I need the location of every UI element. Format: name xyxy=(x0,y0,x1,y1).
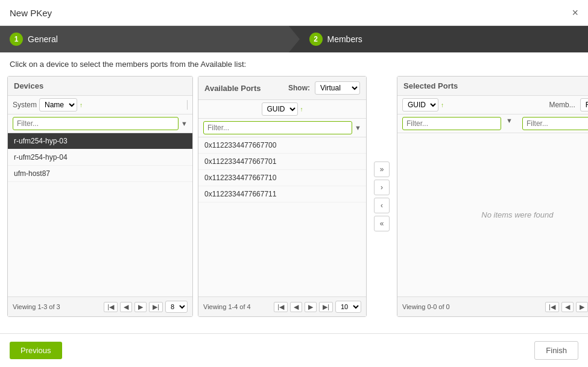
selected-filter-icon-1[interactable]: ▼ xyxy=(506,117,513,130)
selected-ports-list: No items were found xyxy=(397,133,588,296)
move-right-button[interactable]: › xyxy=(374,180,390,195)
available-ports-header: Available Ports Show: Virtual Physical A… xyxy=(198,77,366,100)
devices-panel-footer: Viewing 1-3 of 3 |◀ ◀ ▶ ▶| 8 xyxy=(8,296,192,316)
available-viewing-text: Viewing 1-4 of 4 xyxy=(203,303,271,310)
devices-column-headers: System Name ↑ xyxy=(8,96,192,114)
step-1-arrow xyxy=(289,26,300,52)
devices-first-page-btn[interactable]: |◀ xyxy=(104,302,118,312)
list-item[interactable]: ufm-host87 xyxy=(8,166,192,182)
dialog: New PKey × 1 General 2 Members Click on … xyxy=(0,0,588,367)
selected-filter-input-1[interactable] xyxy=(402,117,501,130)
dialog-title: New PKey xyxy=(10,8,52,18)
selected-filter-row: ▼ ▼ xyxy=(397,114,588,133)
devices-filter-input[interactable] xyxy=(13,117,179,130)
available-ports-panel: Available Ports Show: Virtual Physical A… xyxy=(198,76,367,317)
guid-select-selected[interactable]: GUID xyxy=(402,98,438,111)
port-item[interactable]: 0x1122334477667711 xyxy=(198,186,366,202)
selected-filter-input-2[interactable] xyxy=(522,117,588,130)
devices-filter-icon[interactable]: ▼ xyxy=(181,120,188,127)
devices-list: r-ufm254-hyp-03 r-ufm254-hyp-04 ufm-host… xyxy=(8,133,192,296)
action-bar: Previous Finish xyxy=(0,333,588,367)
step-2-number: 2 xyxy=(309,33,323,46)
step-2-label: Members xyxy=(327,34,362,44)
selected-ports-title: Selected Ports xyxy=(403,81,458,90)
step-1-label: General xyxy=(28,34,58,44)
selected-panel-footer: Viewing 0-0 of 0 |◀ ◀ ▶ ▶| 10 xyxy=(397,296,588,316)
available-prev-page-btn[interactable]: ◀ xyxy=(290,302,302,312)
available-filter-row: ▼ xyxy=(198,119,366,137)
step-1-number: 1 xyxy=(10,33,23,46)
step-2[interactable]: 2 Members xyxy=(300,26,589,52)
selected-ports-header: Selected Ports xyxy=(397,77,588,96)
memb-label: Memb... xyxy=(549,101,575,109)
move-all-left-button[interactable]: « xyxy=(374,216,390,231)
available-next-page-btn[interactable]: ▶ xyxy=(305,302,317,312)
selected-next-page-btn[interactable]: ▶ xyxy=(576,302,588,312)
available-panel-footer: Viewing 1-4 of 4 |◀ ◀ ▶ ▶| 10 xyxy=(198,296,366,316)
available-ports-title: Available Ports xyxy=(204,84,261,93)
list-item[interactable]: r-ufm254-hyp-03 xyxy=(8,133,192,149)
devices-panel: Devices System Name ↑ ▼ r-ufm254-hyp-03 … xyxy=(7,76,193,317)
steps-bar: 1 General 2 Members xyxy=(0,26,588,52)
available-per-page-select[interactable]: 10 xyxy=(335,301,361,313)
full-select[interactable]: Full Partial Send Only xyxy=(580,98,588,111)
no-items-text: No items were found xyxy=(397,210,588,219)
finish-button[interactable]: Finish xyxy=(534,341,578,360)
selected-first-page-btn[interactable]: |◀ xyxy=(545,302,559,312)
devices-viewing-text: Viewing 1-3 of 3 xyxy=(13,303,101,310)
instruction: Click on a device to select the members … xyxy=(0,52,588,76)
port-item[interactable]: 0x1122334477667700 xyxy=(198,137,366,154)
available-filter-icon[interactable]: ▼ xyxy=(355,124,361,131)
available-column-headers: GUID ↑ xyxy=(198,100,366,119)
available-first-page-btn[interactable]: |◀ xyxy=(274,302,288,312)
port-item[interactable]: 0x1122334477667710 xyxy=(198,170,366,186)
devices-next-page-btn[interactable]: ▶ xyxy=(134,302,147,312)
devices-prev-page-btn[interactable]: ◀ xyxy=(120,302,132,312)
selected-column-headers: GUID ↑ Memb... Full Partial Send Only xyxy=(397,96,588,114)
available-filter-input[interactable] xyxy=(203,121,352,134)
sort-arrow-devices: ↑ xyxy=(80,102,83,108)
panels-container: Devices System Name ↑ ▼ r-ufm254-hyp-03 … xyxy=(0,76,588,317)
move-left-button[interactable]: ‹ xyxy=(374,198,390,213)
dialog-header: New PKey × xyxy=(0,0,588,26)
divider xyxy=(187,100,188,110)
show-label: Show: xyxy=(288,84,310,92)
middle-buttons: » › ‹ « xyxy=(371,76,392,317)
guid-select-available[interactable]: GUID xyxy=(262,102,298,116)
name-select[interactable]: Name xyxy=(39,98,77,111)
system-label: System xyxy=(13,101,37,109)
available-last-page-btn[interactable]: ▶| xyxy=(319,302,333,312)
sort-arrow-available: ↑ xyxy=(300,106,303,113)
close-button[interactable]: × xyxy=(572,7,578,18)
selected-ports-panel: Selected Ports GUID ↑ Memb... Full Parti… xyxy=(397,76,588,317)
devices-last-page-btn[interactable]: ▶| xyxy=(149,302,163,312)
selected-prev-page-btn[interactable]: ◀ xyxy=(561,302,574,312)
devices-per-page-select[interactable]: 8 xyxy=(165,301,188,313)
show-select[interactable]: Virtual Physical All xyxy=(315,81,360,95)
selected-viewing-text: Viewing 0-0 of 0 xyxy=(402,303,543,310)
previous-button[interactable]: Previous xyxy=(10,342,62,359)
devices-panel-header: Devices xyxy=(8,77,192,96)
available-ports-list: 0x1122334477667700 0x1122334477667701 0x… xyxy=(198,137,366,296)
step-1[interactable]: 1 General xyxy=(0,26,289,52)
port-item[interactable]: 0x1122334477667701 xyxy=(198,154,366,170)
sort-arrow-selected: ↑ xyxy=(441,102,444,108)
move-all-right-button[interactable]: » xyxy=(374,162,390,177)
devices-filter-row: ▼ xyxy=(8,114,192,133)
devices-title: Devices xyxy=(14,81,43,90)
list-item[interactable]: r-ufm254-hyp-04 xyxy=(8,149,192,166)
